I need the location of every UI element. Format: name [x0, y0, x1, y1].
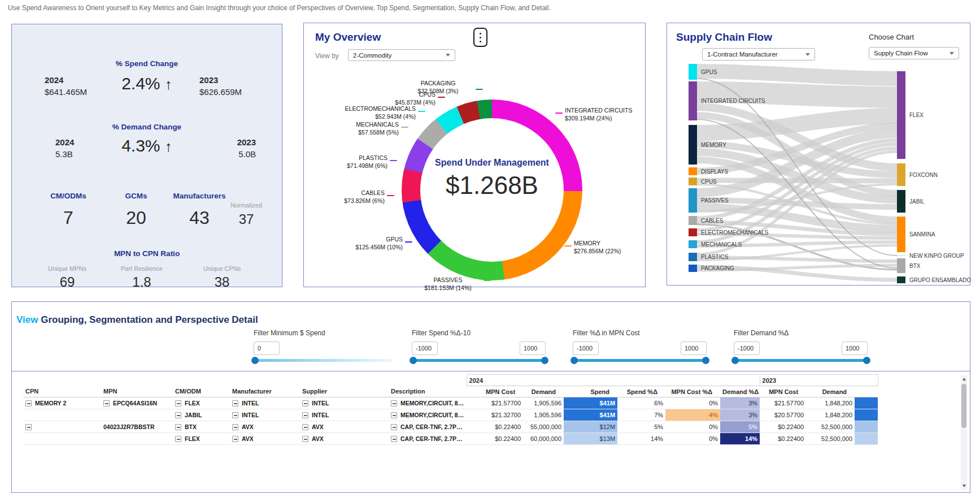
perspective-value: 1-Contract Manufacturer	[707, 51, 778, 58]
sankey-node-gpus[interactable]	[689, 64, 697, 80]
collapse-icon[interactable]	[302, 424, 308, 430]
sankey-node-label: DISPLAYS	[701, 168, 728, 175]
col-supplier[interactable]: Supplier	[300, 386, 389, 397]
sankey-node-integrated-circuits[interactable]	[689, 81, 697, 120]
collapse-icon[interactable]	[391, 400, 397, 406]
sankey-node-memory[interactable]	[689, 125, 697, 165]
collapse-icon[interactable]	[232, 400, 238, 406]
col-demand-delta[interactable]: Demand %Δ	[720, 386, 760, 397]
sankey-chart[interactable]: GPUSINTEGRATED CIRCUITSMEMORYDISPLAYSCPU…	[667, 23, 971, 286]
filter-spend-delta-slider[interactable]	[413, 359, 545, 362]
leader-line	[418, 111, 425, 112]
sankey-node-passives[interactable]	[689, 188, 697, 213]
table-year-group-row: 2024 2023	[23, 375, 878, 386]
filter-demand-delta-max-input[interactable]	[842, 341, 868, 355]
sankey-node-btx[interactable]	[897, 258, 905, 273]
collapse-icon[interactable]	[302, 436, 308, 442]
spend-2023-partial-cell	[855, 421, 878, 433]
table-scrollbar[interactable]	[961, 375, 967, 490]
sankey-node-flex[interactable]	[897, 71, 905, 159]
col-mpn-cost-delta[interactable]: MPN Cost %Δ	[665, 386, 720, 397]
filter-mpn-cost-delta-min-handle[interactable]	[570, 357, 578, 364]
collapse-icon[interactable]	[103, 400, 110, 406]
col-mpn[interactable]: MPN	[101, 386, 173, 397]
sankey-node-electromechanicals[interactable]	[689, 228, 697, 236]
gcms-label: GCMs	[125, 192, 147, 200]
collapse-icon[interactable]	[302, 400, 308, 406]
collapse-icon[interactable]	[302, 412, 308, 418]
col-mpn-cost-2023[interactable]: MPN Cost	[760, 386, 806, 397]
filter-min-spend-handle[interactable]	[251, 357, 259, 364]
sankey-node-cpus[interactable]	[689, 178, 697, 185]
collapse-icon[interactable]	[232, 424, 238, 430]
col-cpn[interactable]: CPN	[23, 386, 101, 397]
collapse-icon[interactable]	[25, 400, 32, 406]
col-mpn-cost-2024[interactable]: MPN Cost	[467, 386, 523, 397]
metrics-panel: % Spend Change 2024 $641.465M 2.4% ↑ 202…	[11, 24, 282, 287]
cmodms-label: CM/ODMs	[50, 192, 86, 200]
filter-spend-delta-max-handle[interactable]	[541, 357, 548, 364]
collapse-icon[interactable]	[175, 424, 181, 430]
scrollbar-thumb[interactable]	[961, 384, 966, 428]
sankey-node-displays[interactable]	[689, 167, 697, 175]
sankey-node-cables[interactable]	[689, 216, 697, 225]
collapse-icon[interactable]	[391, 424, 397, 430]
choose-chart-dropdown[interactable]: Supply Chain Flow	[869, 47, 959, 59]
view-by-value: 2-Commodity	[353, 52, 391, 59]
collapse-icon[interactable]	[391, 412, 397, 418]
col-spend-delta[interactable]: Spend %Δ	[617, 386, 665, 397]
kebab-menu-icon[interactable]	[473, 28, 487, 47]
col-demand-2023[interactable]: Demand	[806, 386, 855, 397]
filter-demand-delta-max-handle[interactable]	[863, 357, 870, 364]
collapse-icon[interactable]	[232, 436, 238, 442]
sankey-node-label: MECHANICALS	[701, 241, 742, 248]
sankey-node-label: CPUS	[701, 179, 717, 185]
filter-mpn-cost-delta-max-input[interactable]	[681, 341, 707, 355]
divider	[12, 371, 970, 371]
dashboard-page: Use Spend Awareness to Orient yourself t…	[0, 0, 980, 493]
col-description[interactable]: Description	[389, 386, 467, 397]
collapse-icon[interactable]	[175, 436, 181, 442]
col-manufacturer[interactable]: Manufacturer	[230, 386, 300, 397]
donut-center: Spend Under Management $1.268B	[402, 158, 582, 200]
filter-demand-delta-slider[interactable]	[735, 359, 866, 362]
leader-line	[387, 195, 394, 196]
sankey-node-foxconn[interactable]	[897, 163, 905, 186]
collapse-icon[interactable]	[175, 400, 181, 406]
leader-line	[484, 280, 491, 281]
scroll-up-icon[interactable]	[961, 375, 967, 383]
sankey-node-mechanicals[interactable]	[689, 240, 697, 248]
filter-spend-delta-max-input[interactable]	[520, 341, 546, 355]
filter-demand-delta-min-handle[interactable]	[731, 357, 739, 364]
sankey-node-plastics[interactable]	[689, 253, 697, 261]
demand-delta-cell: 14%	[720, 433, 760, 445]
sankey-node-packaging[interactable]	[689, 265, 697, 272]
leader-line	[401, 127, 408, 128]
collapse-icon[interactable]	[232, 412, 238, 418]
filter-demand-delta-min-input[interactable]	[734, 341, 760, 355]
filter-min-spend-input[interactable]	[254, 341, 280, 355]
scroll-down-icon[interactable]	[961, 482, 967, 490]
normalized-value: 37	[239, 211, 254, 227]
filter-min-spend-slider[interactable]	[255, 359, 392, 362]
filter-spend-delta-min-input[interactable]	[412, 341, 438, 355]
sankey-node-grupo-ensamblador[interactable]	[897, 276, 905, 283]
filter-mpn-cost-delta-max-handle[interactable]	[702, 357, 709, 364]
col-spend[interactable]: Spend	[564, 386, 617, 397]
view-by-dropdown[interactable]: 2-Commodity	[348, 49, 455, 61]
sankey-node-new-kinpo-group[interactable]	[897, 255, 905, 256]
col-cmodm[interactable]: CM/ODM	[173, 386, 230, 397]
perspective-dropdown[interactable]: 1-Contract Manufacturer	[702, 48, 815, 60]
filter-mpn-cost-delta-slider[interactable]	[574, 359, 705, 362]
detail-title-view: View	[16, 314, 38, 325]
col-demand-2024[interactable]: Demand	[523, 386, 564, 397]
filter-mpn-cost-delta-min-input[interactable]	[573, 341, 599, 355]
collapse-icon[interactable]	[25, 424, 32, 430]
year-group-2023: 2023	[760, 375, 878, 386]
collapse-icon[interactable]	[391, 436, 397, 442]
collapse-icon[interactable]	[175, 412, 181, 418]
filter-spend-delta-min-handle[interactable]	[410, 357, 417, 364]
sankey-node-label: SANMINA	[909, 231, 935, 237]
sankey-node-sanmina[interactable]	[897, 217, 905, 252]
sankey-node-jabil[interactable]	[897, 190, 905, 213]
